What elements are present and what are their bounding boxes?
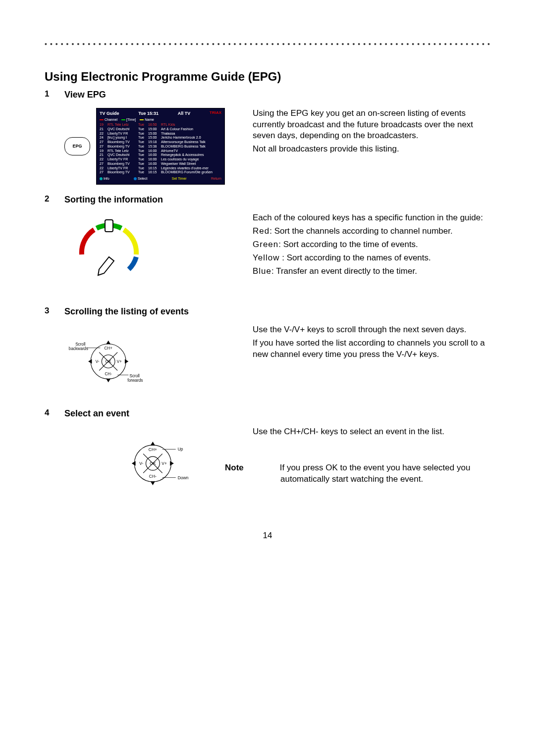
- label-scroll-fwd: Scrollforwards: [127, 374, 143, 383]
- s3-para1: Use the V-/V+ keys to scroll through the…: [253, 324, 490, 336]
- svg-marker-7: [88, 359, 92, 364]
- s1-para1: Using the EPG key you get an on-screen l…: [253, 108, 490, 142]
- tvg-row: 27Bloomberg TVTue16:15BLOOMBERG Forum/Di…: [100, 170, 221, 175]
- section-heading: Sorting the information: [64, 194, 163, 205]
- label-ok: OK: [150, 461, 156, 466]
- label-chp: CH+: [149, 448, 157, 453]
- tvg-sort-name: Name: [140, 117, 154, 122]
- s2-intro: Each of the coloured keys has a specific…: [253, 212, 490, 224]
- section-heading: Scrolling the listing of events: [64, 305, 189, 317]
- s2-red: Red: Sort the channels according to chan…: [253, 226, 490, 237]
- blue-key-text: : Transfer an event directly to the time…: [271, 266, 417, 276]
- tvg-time: Tue 15:31: [138, 110, 159, 116]
- label-vm: V-: [96, 359, 100, 364]
- colour-keys-icon: [64, 212, 154, 297]
- blue-key-label: Blue: [253, 266, 271, 276]
- tvg-row: 19RTL Tele LetzTue16:00AtHomeTV: [100, 149, 221, 153]
- tvg-foot-info: Info: [100, 176, 109, 181]
- label-scroll-back: Scrollbackwards: [69, 342, 88, 351]
- section-number: 3: [45, 305, 64, 321]
- section-number: 1: [45, 89, 64, 104]
- tvg-row: 19RTL Tele LetzTue16:50RTL Kids: [100, 123, 221, 127]
- section-number: 2: [45, 194, 64, 209]
- label-vm: V-: [139, 461, 143, 466]
- svg-marker-18: [170, 461, 174, 466]
- tvg-foot-return: Return: [211, 176, 221, 181]
- tvg-brand: TRIAX: [210, 110, 221, 116]
- svg-marker-17: [132, 461, 136, 466]
- tvg-row: 22LibertyTV FRTue16:00Les coulisses du v…: [100, 157, 221, 162]
- note-text: If you press OK to the event you have se…: [280, 463, 471, 484]
- label-vp: V+: [161, 461, 167, 466]
- tvg-row: 22LibertyTV FRTue16:15Légendes vivantes …: [100, 166, 221, 171]
- dpad-scroll-icon: CH+ CH- V- V+ OK Scrollbackwards Scrollf…: [64, 324, 149, 399]
- s1-para2: Not all broadcasters provide this listin…: [253, 144, 490, 155]
- tvg-title: TV Guide: [100, 110, 119, 116]
- label-chm: CH-: [149, 474, 157, 479]
- s2-green: Green: Sort according to the time of eve…: [253, 239, 490, 251]
- svg-marker-6: [106, 379, 110, 382]
- svg-marker-8: [125, 359, 128, 364]
- label-chp: CH+: [104, 347, 112, 351]
- epg-illustration: EPG TV Guide Tue 15:31 All TV TRIAX Chan…: [64, 108, 225, 185]
- tvg-foot-timer: Set Timer: [172, 176, 187, 181]
- tvg-row: 27Bloomberg TVTue15:18Altersvorsorge Bus…: [100, 140, 221, 145]
- label-ok: OK: [106, 359, 111, 364]
- tvg-sort-channel: Channel: [100, 117, 117, 122]
- dpad-select-icon: CH+ CH- V- V+ OK Up Down: [116, 426, 201, 501]
- svg-marker-15: [151, 442, 155, 446]
- svg-marker-16: [151, 482, 155, 486]
- page-title: Using Electronic Programme Guide (EPG): [45, 69, 490, 85]
- tvg-scope: All TV: [178, 110, 191, 116]
- yellow-key-text: : Sort according to the names of events.: [280, 253, 431, 262]
- note-label: Note: [253, 462, 277, 474]
- tvg-row: 21QVC DeutschlTue15:00Art & Colour Fashi…: [100, 127, 221, 132]
- s2-blue: Blue: Transfer an event directly to the …: [253, 266, 490, 277]
- red-key-text: : Sort the channels according to channel…: [269, 226, 453, 236]
- tvg-sort-time: [Time]: [121, 117, 136, 122]
- page-number: 14: [45, 530, 490, 542]
- section-number: 4: [45, 407, 64, 423]
- tvg-row: 27Bloomberg TVTue16:00Wegweiser Wall Str…: [100, 162, 221, 166]
- epg-key-icon: EPG: [64, 137, 90, 155]
- red-key-label: Red: [253, 226, 269, 236]
- tvg-row: 24[tru:] young tTue15:00Jericho Hammerbr…: [100, 136, 221, 140]
- label-down: Down: [178, 475, 189, 480]
- tvg-row: 21QVC DeutschlTue16:00Reisegepäck & Acce…: [100, 153, 221, 157]
- dotted-divider: ••••••••••••••••••••••••••••••••••••••••…: [45, 40, 490, 49]
- green-key-label: Green: [253, 240, 278, 249]
- s2-yellow: Yellow : Sort according to the names of …: [253, 252, 490, 264]
- tvg-row: 22LibertyTV FRTue15:00Thalassa: [100, 132, 221, 136]
- s4-note: Note If you press OK to the event you ha…: [253, 462, 490, 485]
- svg-marker-5: [106, 341, 110, 344]
- section-heading: View EPG: [64, 89, 106, 101]
- label-vp: V+: [117, 359, 122, 364]
- section-heading: Select an event: [64, 407, 129, 419]
- label-chm: CH-: [105, 372, 112, 376]
- s4-para1: Use the CH+/CH- keys to select an event …: [253, 426, 490, 438]
- tvg-row: 27Bloomberg TVTue15:38BLOOMBERG Business…: [100, 145, 221, 149]
- s3-para2: If you have sorted the list according to…: [253, 338, 490, 360]
- yellow-key-label: Yellow: [253, 253, 280, 262]
- green-key-text: : Sort according to the time of events.: [278, 240, 418, 249]
- tv-guide-screenshot: TV Guide Tue 15:31 All TV TRIAX Channel …: [96, 108, 225, 185]
- tvg-foot-select: Select: [134, 176, 147, 181]
- label-up: Up: [178, 447, 183, 452]
- svg-rect-0: [105, 220, 113, 232]
